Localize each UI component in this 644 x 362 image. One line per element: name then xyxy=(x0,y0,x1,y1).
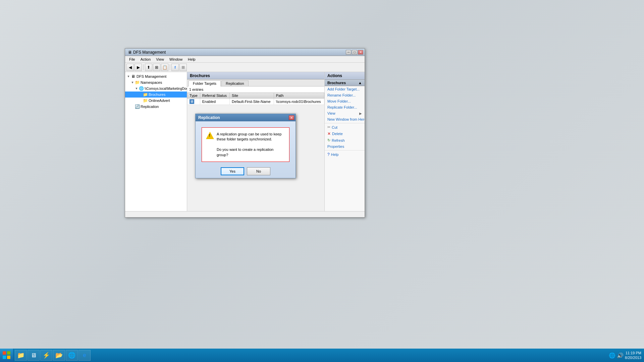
back-button[interactable]: ◀ xyxy=(126,64,134,71)
dialog-title: Replication xyxy=(198,115,220,120)
taskbar-app-network[interactable]: 🌐 xyxy=(66,350,78,361)
col-referral-status[interactable]: Referral Status xyxy=(200,93,229,99)
tree-item-replication[interactable]: 🔄 Replication xyxy=(125,104,187,110)
show-hide-button[interactable]: ⊞ xyxy=(153,64,160,71)
onlineadvert-icon: 📁 xyxy=(143,98,148,103)
taskbar-app-folder[interactable]: 📂 xyxy=(53,350,65,361)
actions-section-brochures: Brochures ▲ xyxy=(325,80,365,86)
expander[interactable]: ▼ xyxy=(130,80,135,84)
menu-file[interactable]: File xyxy=(126,57,138,62)
content-header: Brochures xyxy=(187,72,324,79)
tree-item-brochures[interactable]: 📁 Brochures xyxy=(125,92,187,98)
system-clock[interactable]: 11:19 PM 8/20/2013 xyxy=(625,351,641,360)
tree-item-onlineadvert[interactable]: 📁 OnlineAdvert xyxy=(125,98,187,104)
view-arrow-icon: ▶ xyxy=(359,112,362,115)
expander[interactable]: ▼ xyxy=(135,86,139,90)
section-collapse-icon[interactable]: ▲ xyxy=(358,81,362,85)
tree-label-dfs-management: DFS Management xyxy=(137,74,166,78)
tabs-bar: Folder Targets Replication xyxy=(187,79,324,86)
col-path[interactable]: Path xyxy=(274,93,324,99)
taskbar-volume-icon: 🔊 xyxy=(617,352,624,359)
expander[interactable] xyxy=(139,93,143,97)
up-button[interactable]: ⬆ xyxy=(145,64,152,71)
status-bar xyxy=(125,211,365,217)
taskbar-app-powershell[interactable]: ⚡ xyxy=(40,350,52,361)
marketingdocs-icon: 🌐 xyxy=(139,86,144,91)
tree-item-namespaces[interactable]: ▼ 📁 Namespaces xyxy=(125,79,187,85)
taskbar-app-server-manager[interactable]: 🖥 xyxy=(28,350,40,361)
action-move-folder[interactable]: Move Folder... xyxy=(325,98,365,104)
action-rename-folder[interactable]: Rename Folder... xyxy=(325,92,365,98)
action-delete[interactable]: ✕ Delete xyxy=(325,130,365,137)
taskbar-app-explorer[interactable]: 📁 xyxy=(15,350,27,361)
action-view[interactable]: View ▶ xyxy=(325,110,365,116)
help-icon: ? xyxy=(327,152,330,157)
action-cut[interactable]: ✂ Cut xyxy=(325,124,365,130)
start-button[interactable] xyxy=(0,349,13,362)
action-separator-1 xyxy=(325,123,365,123)
toolbar: ◀ ▶ ⬆ ⊞ 📋 f ▦ xyxy=(125,63,365,72)
tree-label-brochures: Brochures xyxy=(149,93,165,97)
dialog-line2: Do you want to create a replication grou… xyxy=(217,147,273,157)
minimize-button[interactable]: ─ xyxy=(346,50,351,55)
taskbar-apps: 📁 🖥 ⚡ 📂 🌐 e xyxy=(13,350,606,361)
col-site[interactable]: Site xyxy=(230,93,274,99)
toolbar-separator-2 xyxy=(170,64,170,70)
taskbar: 📁 🖥 ⚡ 📂 🌐 e 🌐 🔊 11:19 PM 8/20/2013 xyxy=(0,349,644,362)
tree-label-replication: Replication xyxy=(141,105,159,109)
taskbar-network-icon: 🌐 xyxy=(609,352,615,359)
dialog-line1: A replication group can be used to keep … xyxy=(217,132,281,141)
entries-info: 1 entries xyxy=(187,86,324,93)
server-type-icon: 🖥 xyxy=(190,99,194,104)
facebook-button[interactable]: f xyxy=(171,64,179,71)
action-add-folder-target[interactable]: Add Folder Target... xyxy=(325,86,365,92)
menu-action[interactable]: Action xyxy=(138,57,154,62)
expander[interactable] xyxy=(130,105,135,109)
cell-site: Default-First-Site-Name xyxy=(230,99,274,105)
menu-view[interactable]: View xyxy=(153,57,167,62)
action-properties[interactable]: Properties xyxy=(325,143,365,149)
col-type[interactable]: Type xyxy=(187,93,200,99)
tree-item-marketingdocs[interactable]: ▼ 🌐 \\Comsys.local\MarketingDocs xyxy=(125,85,187,92)
action-new-window[interactable]: New Window from Here xyxy=(325,116,365,122)
cell-referral-status: Enabled xyxy=(200,99,229,105)
window-title: DFS Management xyxy=(133,50,166,55)
warning-exclamation: ! xyxy=(209,134,210,137)
app-icon: 🖥 xyxy=(128,50,132,55)
action-refresh[interactable]: ↻ Refresh xyxy=(325,137,365,143)
dfs-management-icon: 🖥 xyxy=(130,74,136,79)
forward-button[interactable]: ▶ xyxy=(135,64,142,71)
refresh-icon: ↻ xyxy=(327,138,330,142)
warning-icon: ! xyxy=(206,132,214,140)
cut-icon: ✂ xyxy=(327,125,330,129)
expander[interactable]: ▼ xyxy=(126,74,130,78)
dialog-content: ! A replication group can be used to kee… xyxy=(202,127,289,162)
menu-window[interactable]: Window xyxy=(167,57,185,62)
close-button[interactable]: ✕ xyxy=(358,50,363,55)
tree-item-dfs-management[interactable]: ▼ 🖥 DFS Management xyxy=(125,73,187,79)
expander[interactable] xyxy=(139,99,143,103)
title-bar: 🖥 DFS Management ─ □ ✕ xyxy=(125,49,365,56)
taskbar-app-ie[interactable]: e xyxy=(78,350,91,361)
actions-header-label: Actions xyxy=(327,73,342,78)
tree-panel: ▼ 🖥 DFS Management ▼ 📁 Namespaces ▼ 🌐 \\… xyxy=(125,72,187,211)
dialog-title-bar: Replication ✕ xyxy=(196,114,296,121)
dialog-close-button[interactable]: ✕ xyxy=(289,115,294,120)
menu-help[interactable]: Help xyxy=(185,57,198,62)
tab-replication[interactable]: Replication xyxy=(221,80,248,86)
dialog-no-button[interactable]: No xyxy=(247,167,270,175)
action-help[interactable]: ? Help xyxy=(325,151,365,158)
window-controls: ─ □ ✕ xyxy=(346,50,363,55)
table-row[interactable]: 🖥 Enabled Default-First-Site-Name \\coms… xyxy=(187,99,324,105)
entries-count: 1 entries xyxy=(189,87,203,92)
content-header-title: Brochures xyxy=(190,73,210,78)
maximize-button[interactable]: □ xyxy=(352,50,357,55)
cell-path: \\comsys-rodc01\Brochures xyxy=(274,99,324,105)
dialog-yes-button[interactable]: Yes xyxy=(221,167,244,175)
tab-folder-targets[interactable]: Folder Targets xyxy=(189,80,221,86)
namespaces-icon: 📁 xyxy=(135,80,140,85)
export-button[interactable]: 📋 xyxy=(161,64,168,71)
dialog-buttons: Yes No xyxy=(196,165,296,178)
action-replicate-folder[interactable]: Replicate Folder... xyxy=(325,104,365,110)
share-button[interactable]: ▦ xyxy=(179,64,187,71)
